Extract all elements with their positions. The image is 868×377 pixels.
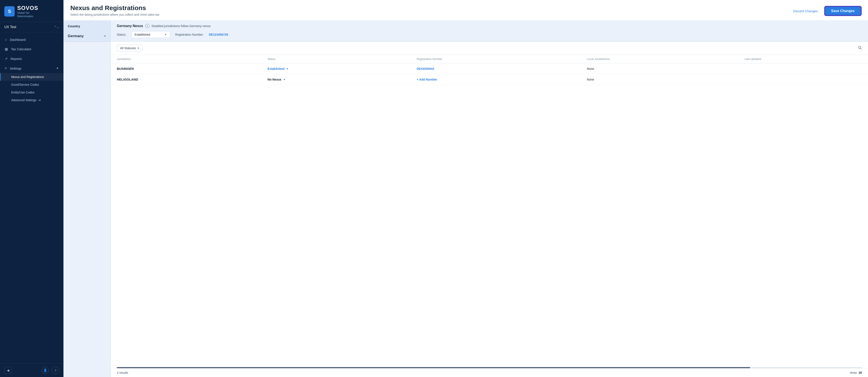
settings-chevron-icon: ▼	[56, 67, 59, 70]
cell-reg-number[interactable]: DE43293043	[411, 63, 581, 74]
cell-jurisdiction: BUSINGEN	[111, 63, 261, 74]
sidebar-item-gsc[interactable]: Good/Service Codes	[0, 81, 63, 89]
page-subtitle: Select the taxing jurisdictions where yo…	[70, 13, 159, 20]
cell-last-updated	[739, 74, 868, 85]
country-panel-header: Country	[63, 21, 111, 31]
col-header-reg-number: Registration Number	[411, 55, 581, 63]
sidebar-item-label-tax-calculator: Tax Calculator	[11, 47, 31, 51]
nav-section: ⌂ Dashboard ▦ Tax Calculator ↗ Reports ≡…	[0, 32, 63, 364]
page-title: Nexus and Registrations	[70, 4, 159, 11]
jurisdiction-table: Jurisdiction Status Registration Number …	[111, 55, 868, 85]
brand-area: S SOVOS Global Tax Determination	[0, 0, 63, 22]
profile-button[interactable]: 👤	[41, 367, 49, 374]
col-header-local-jurisdictions: Local Jurisdictions	[581, 55, 739, 63]
status-dropdown-arrow-icon: ▼	[164, 33, 167, 36]
brand-name: SOVOS	[17, 5, 38, 11]
sidebar-item-reports[interactable]: ↗ Reports	[0, 54, 63, 64]
results-count: 2 results	[117, 371, 128, 374]
save-changes-button[interactable]: Save Changes	[825, 6, 861, 15]
reg-number-label: Registration Number:	[175, 33, 204, 36]
content-area: Country Germany ▼ Germany Nexus i Disabl…	[63, 21, 868, 377]
sidebar-item-dashboard[interactable]: ⌂ Dashboard	[0, 35, 63, 44]
settings-icon: ≡	[5, 66, 7, 70]
status-label: Status:	[117, 33, 126, 36]
sidebar-item-entity[interactable]: Entity/Use Codes	[0, 89, 63, 96]
profile-icon: 👤	[43, 368, 47, 372]
collapse-icon: ◀	[7, 369, 9, 372]
calculator-icon: ▦	[5, 47, 8, 51]
workspace-name: UX Test	[4, 25, 17, 29]
cell-status[interactable]: No Nexus▼	[261, 74, 411, 85]
germany-reg-number[interactable]: DE123456729	[209, 33, 228, 36]
workspace-selector[interactable]: UX Test ⌃⌄	[0, 22, 63, 32]
show-label: show	[850, 371, 857, 374]
country-dropdown-arrow-icon: ▼	[104, 35, 106, 38]
status-filter-dropdown[interactable]: All Statuses ▼	[117, 45, 143, 52]
sidebar-item-tax-calculator[interactable]: ▦ Tax Calculator	[0, 44, 63, 54]
reports-icon: ↗	[5, 57, 7, 61]
filter-dropdown-arrow-icon: ▼	[137, 47, 140, 49]
search-button[interactable]	[858, 45, 862, 51]
main-header: Nexus and Registrations Select the taxin…	[63, 0, 868, 21]
col-header-jurisdiction: Jurisdiction	[111, 55, 261, 63]
brand-subtitle: Global Tax Determination	[17, 11, 38, 18]
nexus-header: Germany Nexus i Disabled jurisdictions f…	[111, 21, 868, 42]
sidebar-item-label-dashboard: Dashboard	[10, 38, 26, 41]
sidebar-item-nexus[interactable]: Nexus and Registrations	[0, 73, 63, 81]
sidebar-item-label-reports: Reports	[10, 57, 22, 61]
svg-line-1	[861, 48, 862, 49]
sidebar-item-advanced[interactable]: Advanced Settings ⇥	[0, 96, 63, 104]
table-footer: 2 results show 20	[111, 368, 868, 377]
jurisdiction-table-container: Jurisdiction Status Registration Number …	[111, 55, 868, 367]
nexus-description: Disabled jurisdictions follow Germany ne…	[152, 24, 211, 28]
help-button[interactable]: ?	[52, 367, 59, 374]
nexus-title: Germany Nexus	[117, 24, 143, 28]
sidebar-bottom: ◀ 👤 ?	[0, 364, 63, 377]
table-row: BUSINGENEstablished▼DE43293043None	[111, 63, 868, 74]
discard-changes-button[interactable]: Discard Changes	[790, 7, 821, 14]
cell-local-jurisdictions: None	[581, 74, 739, 85]
cell-jurisdiction: HELIGOLAND	[111, 74, 261, 85]
table-body: BUSINGENEstablished▼DE43293043NoneHELIGO…	[111, 63, 868, 85]
status-dropdown-value: Established	[135, 33, 163, 36]
sidebar-item-label-settings: Settings	[10, 67, 21, 70]
col-header-last-updated: Last Updated	[739, 55, 868, 63]
country-name: Germany	[68, 34, 84, 38]
cell-local-jurisdictions: None	[581, 63, 739, 74]
show-control: show 20	[850, 371, 862, 374]
brand-icon: S	[4, 6, 14, 16]
workspace-arrows-icon: ⌃⌄	[54, 25, 59, 29]
right-panel: Germany Nexus i Disabled jurisdictions f…	[111, 21, 868, 377]
col-header-status: Status	[261, 55, 411, 63]
info-icon[interactable]: i	[145, 24, 150, 28]
advanced-settings-icon: ⇥	[38, 98, 41, 102]
table-row: HELIGOLANDNo Nexus▼+ Add NumberNone	[111, 74, 868, 85]
main-content: Nexus and Registrations Select the taxin…	[63, 0, 868, 377]
show-value: 20	[859, 371, 862, 374]
sidebar: S SOVOS Global Tax Determination UX Test…	[0, 0, 63, 377]
filter-label: All Statuses	[120, 46, 136, 50]
sidebar-collapse-button[interactable]: ◀	[4, 367, 11, 374]
table-toolbar: All Statuses ▼	[111, 42, 868, 55]
table-header-row: Jurisdiction Status Registration Number …	[111, 55, 868, 63]
country-panel: Country Germany ▼	[63, 21, 111, 377]
cell-reg-number[interactable]: + Add Number	[411, 74, 581, 85]
cell-status[interactable]: Established▼	[261, 63, 411, 74]
country-selector[interactable]: Germany ▼	[63, 31, 111, 42]
status-dropdown[interactable]: Established ▼	[131, 31, 170, 38]
home-icon: ⌂	[5, 38, 7, 41]
settings-subitems: Nexus and Registrations Good/Service Cod…	[0, 73, 63, 104]
cell-last-updated	[739, 63, 868, 74]
sidebar-item-settings[interactable]: ≡ Settings ▼	[0, 64, 63, 73]
help-icon: ?	[55, 369, 56, 372]
